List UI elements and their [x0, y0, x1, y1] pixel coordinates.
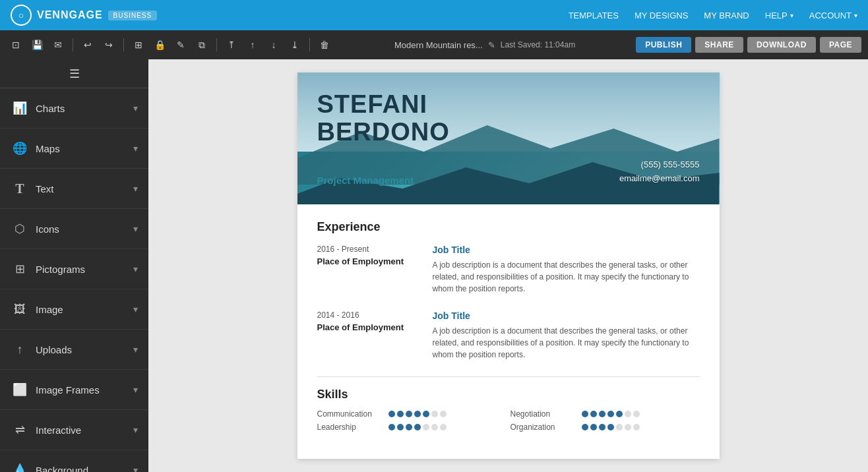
image-frames-chevron-icon: ▾: [133, 384, 138, 395]
logo-area: ○ VENNGAGE BUSINESS: [11, 5, 157, 26]
nav-my-brand[interactable]: MY BRAND: [704, 11, 749, 20]
maps-chevron-icon: ▾: [133, 143, 138, 154]
sidebar-label-background: Background: [36, 465, 133, 473]
logo-text: VENNGAGE: [37, 9, 103, 21]
text-icon: T: [11, 181, 29, 196]
sidebar-item-text[interactable]: T Text ▾: [0, 169, 148, 209]
dot: [423, 411, 429, 417]
dot: [397, 424, 404, 430]
redo-icon[interactable]: ↪: [100, 36, 118, 54]
copy-icon[interactable]: ⧉: [193, 36, 211, 54]
sidebar-item-background[interactable]: 💧 Background ▾: [0, 450, 148, 472]
grid-icon[interactable]: ⊞: [129, 36, 148, 54]
dot: [440, 411, 447, 417]
dot: [599, 411, 605, 417]
skill-name-negotiation: Negotiation: [511, 409, 576, 419]
hamburger-button[interactable]: ☰: [0, 59, 148, 88]
maps-icon: 🌐: [11, 141, 29, 156]
skill-row-communication: Communication: [317, 409, 507, 419]
dot: [414, 424, 421, 430]
sidebar-item-maps[interactable]: 🌐 Maps ▾: [0, 129, 148, 169]
sidebar: ☰ 📊 Charts ▾ 🌐 Maps ▾ T Text ▾ ⬡ Icons ▾…: [0, 59, 148, 472]
icons-chevron-icon: ▾: [133, 223, 138, 234]
exp-company-2: Place of Employment: [317, 322, 433, 332]
download-button[interactable]: DOWNLOAD: [747, 37, 816, 53]
sidebar-item-uploads[interactable]: ↑ Uploads ▾: [0, 330, 148, 370]
background-chevron-icon: ▾: [133, 465, 138, 472]
sidebar-item-image-frames[interactable]: ⬜ Image Frames ▾: [0, 370, 148, 410]
dot: [414, 411, 421, 417]
exp-date-1: 2016 - Present: [317, 245, 433, 254]
exp-left-1: 2016 - Present Place of Employment: [317, 245, 433, 295]
sidebar-label-uploads: Uploads: [36, 344, 133, 355]
experience-entry-1: 2016 - Present Place of Employment Job T…: [317, 245, 700, 295]
nav-links: TEMPLATES MY DESIGNS MY BRAND HELP ▾ ACC…: [569, 11, 857, 20]
exp-right-1: Job Title A job description is a documen…: [433, 245, 700, 295]
skill-name-organization: Organization: [511, 423, 576, 432]
nav-my-designs[interactable]: MY DESIGNS: [635, 11, 688, 20]
help-chevron-icon: ▾: [790, 12, 793, 19]
dot: [625, 411, 631, 417]
image-frames-icon: ⬜: [11, 382, 29, 397]
dot: [388, 411, 395, 417]
doc-edit-icon[interactable]: ✎: [488, 40, 495, 50]
dot: [599, 424, 605, 430]
sidebar-item-interactive[interactable]: ⇌ Interactive ▾: [0, 410, 148, 450]
skill-dots-negotiation: [582, 411, 640, 417]
toolbar-sep-4: [309, 38, 310, 51]
sidebar-item-image[interactable]: 🖼 Image ▾: [0, 289, 148, 330]
publish-button[interactable]: PUBLISH: [636, 37, 691, 53]
exp-desc-2: A job description is a document that des…: [433, 325, 700, 361]
resume-phone: (555) 555-5555: [619, 158, 700, 172]
resume-header-content: STEFANI BERDONO Project Management (555)…: [297, 73, 720, 204]
dot: [590, 411, 597, 417]
move-down-icon[interactable]: ↓: [264, 36, 283, 54]
nav-account[interactable]: ACCOUNT ▾: [809, 11, 857, 20]
exp-desc-1: A job description is a document that des…: [433, 259, 700, 295]
sidebar-item-pictograms[interactable]: ⊞ Pictograms ▾: [0, 249, 148, 289]
experience-entry-2: 2014 - 2016 Place of Employment Job Titl…: [317, 310, 700, 361]
email-icon[interactable]: ✉: [49, 36, 67, 54]
delete-icon[interactable]: 🗑: [315, 36, 334, 54]
undo-icon[interactable]: ↩: [78, 36, 97, 54]
resume-email: emailme@email.com: [619, 172, 700, 186]
pictograms-icon: ⊞: [11, 262, 29, 276]
exp-left-2: 2014 - 2016 Place of Employment: [317, 310, 433, 361]
nav-help[interactable]: HELP ▾: [765, 11, 793, 20]
edit-icon[interactable]: ✎: [171, 36, 190, 54]
business-badge: BUSINESS: [108, 11, 158, 20]
nav-templates[interactable]: TEMPLATES: [569, 11, 619, 20]
dot: [616, 424, 623, 430]
resume-bottom-row: Project Management (555) 555-5555 emailm…: [317, 158, 700, 186]
dot: [633, 424, 640, 430]
lock-icon[interactable]: 🔒: [150, 36, 169, 54]
top-navigation: ○ VENNGAGE BUSINESS TEMPLATES MY DESIGNS…: [0, 0, 868, 30]
sidebar-label-maps: Maps: [36, 143, 133, 154]
sidebar-item-charts[interactable]: 📊 Charts ▾: [0, 88, 148, 129]
exp-job-title-1: Job Title: [433, 245, 700, 255]
share-button[interactable]: SHARE: [695, 37, 743, 53]
exp-job-title-2: Job Title: [433, 310, 700, 321]
last-saved-label: Last Saved: 11:04am: [501, 40, 575, 49]
interactive-chevron-icon: ▾: [133, 425, 138, 435]
sidebar-label-interactive: Interactive: [36, 425, 133, 436]
image-chevron-icon: ▾: [133, 304, 138, 314]
dot: [633, 411, 640, 417]
skill-row-negotiation: Negotiation: [511, 409, 700, 419]
section-divider: [317, 376, 700, 377]
move-top-icon[interactable]: ⤒: [222, 36, 241, 54]
move-bottom-icon[interactable]: ⤓: [286, 36, 304, 54]
presentation-icon[interactable]: ⊡: [7, 36, 25, 54]
image-icon: 🖼: [11, 303, 29, 316]
move-up-icon[interactable]: ↑: [243, 36, 262, 54]
sidebar-item-icons[interactable]: ⬡ Icons ▾: [0, 209, 148, 249]
dot: [582, 411, 588, 417]
save-icon[interactable]: 💾: [28, 36, 46, 54]
toolbar-sep-3: [216, 38, 217, 51]
dot: [431, 411, 438, 417]
resume-contact: (555) 555-5555 emailme@email.com: [619, 158, 700, 186]
hamburger-icon: ☰: [69, 67, 80, 81]
dot: [616, 411, 623, 417]
doc-title: Modern Mountain res...: [394, 40, 483, 50]
page-button[interactable]: PAGE: [820, 37, 861, 53]
